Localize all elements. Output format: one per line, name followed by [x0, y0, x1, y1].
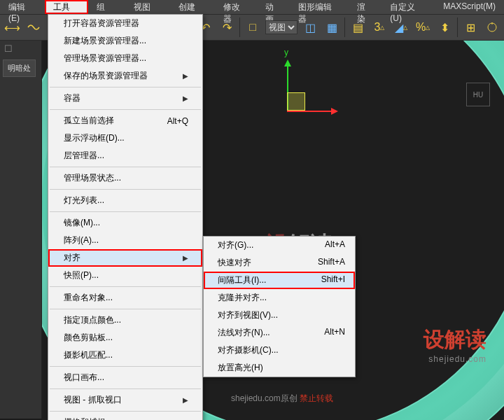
separator [50, 411, 201, 412]
menu-10[interactable]: MAXScript(M) [435, 0, 504, 14]
submenu-item[interactable]: 克隆并对齐... [204, 289, 355, 307]
menu-1[interactable]: 工具(T) [45, 0, 89, 14]
menu-item[interactable]: 灯光列表... [48, 192, 202, 209]
menu-item[interactable]: 颜色剪贴板... [48, 329, 202, 346]
tool-icon[interactable] [24, 18, 43, 36]
menu-0[interactable]: 编辑(E) [0, 0, 45, 14]
chevron-right-icon: ▶ [183, 94, 188, 102]
separator [50, 366, 201, 367]
submenu-item[interactable]: 对齐到视图(V)... [204, 307, 355, 324]
submenu-item[interactable]: 放置高光(H) [204, 359, 355, 377]
sidebar-toggle[interactable]: ☐ [0, 41, 41, 57]
separator [50, 211, 201, 212]
menu-item[interactable]: 快照(P)... [48, 267, 202, 284]
menu-item[interactable]: 栅格和捕捉▶ [48, 414, 202, 420]
watermark: 设解读 shejiedu.com [424, 326, 486, 364]
menu-item[interactable]: 对齐▶ [48, 249, 202, 267]
submenu-item[interactable]: 快速对齐Shift+A [204, 254, 355, 272]
tool-icon[interactable] [483, 18, 501, 36]
angle-snap-icon[interactable]: ◢△ [392, 18, 410, 36]
tools-menu[interactable]: 打开容器资源管理器新建场景资源管理器...管理场景资源管理器...保存的场景资源… [48, 14, 203, 420]
separator [239, 18, 240, 37]
menu-item[interactable]: 层管理器... [48, 147, 202, 164]
chevron-right-icon: ▶ [183, 254, 188, 262]
axis-x[interactable] [287, 111, 336, 112]
menubar: 编辑(E)工具(T)组(G)视图(V)创建(C)修改器动画图形编辑器渲染自定义(… [0, 0, 504, 14]
tool-icon[interactable]: ⊞ [461, 18, 479, 36]
viewcube[interactable]: HU [466, 83, 490, 106]
menu-item[interactable]: 视口画布... [48, 369, 202, 386]
tool-icon[interactable]: ⟷ [3, 18, 21, 36]
menu-item[interactable]: 管理场景状态... [48, 169, 202, 187]
submenu-item[interactable]: 间隔工具(I)...Shift+I [204, 272, 355, 289]
menu-item[interactable]: 镜像(M)... [48, 214, 202, 232]
snap-icon[interactable]: ▤ [349, 18, 367, 36]
menu-5[interactable]: 修改器 [215, 0, 257, 14]
select-icon[interactable]: □ [244, 18, 262, 36]
menu-item[interactable]: 新建场景资源管理器... [48, 32, 202, 50]
menu-4[interactable]: 创建(C) [170, 0, 215, 14]
watermark: shejiedu.com原创 禁止转载 [231, 393, 333, 405]
view-select[interactable]: 视图 [265, 20, 298, 34]
separator [50, 189, 201, 190]
separator [50, 87, 201, 88]
separator [344, 18, 345, 37]
snap-icon[interactable]: ⬍ [435, 18, 454, 36]
sidebar-tab[interactable]: 明暗处 [3, 59, 36, 77]
separator [457, 18, 458, 37]
menu-8[interactable]: 渲染 [349, 0, 382, 14]
submenu-item[interactable]: 对齐(G)...Alt+A [204, 237, 355, 254]
menu-item[interactable]: 孤立当前选择Alt+Q [48, 112, 202, 130]
menu-item[interactable]: 保存的场景资源管理器▶ [48, 67, 202, 85]
separator [50, 286, 201, 287]
menu-item[interactable]: 视图 - 抓取视口▶ [48, 391, 202, 409]
axis-xy-plane[interactable] [287, 92, 305, 111]
menu-item[interactable]: 容器▶ [48, 90, 202, 107]
menu-item[interactable]: 阵列(A)... [48, 232, 202, 249]
redo-icon[interactable]: ↷ [218, 18, 236, 36]
snap-icon[interactable]: 3△ [370, 18, 388, 36]
menu-7[interactable]: 图形编辑器 [290, 0, 348, 14]
chevron-right-icon: ▶ [183, 72, 188, 80]
align-submenu[interactable]: 对齐(G)...Alt+A快速对齐Shift+A间隔工具(I)...Shift+… [203, 236, 356, 377]
percent-snap-icon[interactable]: %△ [414, 18, 432, 36]
separator [50, 309, 201, 309]
separator [50, 388, 201, 389]
menu-item[interactable]: 显示浮动框(D)... [48, 130, 202, 147]
menu-item[interactable]: 摄影机匹配... [48, 346, 202, 364]
tool-icon[interactable]: ◫ [301, 18, 319, 36]
separator [50, 109, 201, 110]
separator [50, 167, 201, 167]
submenu-item[interactable]: 法线对齐(N)...Alt+N [204, 324, 355, 342]
submenu-item[interactable]: 对齐摄影机(C)... [204, 342, 355, 359]
menu-2[interactable]: 组(G) [88, 0, 125, 14]
menu-item[interactable]: 打开容器资源管理器 [48, 15, 202, 32]
sidebar: ☐ 明暗处 [0, 41, 42, 419]
menu-item[interactable]: 管理场景资源管理器... [48, 50, 202, 67]
chevron-right-icon: ▶ [183, 396, 188, 404]
menu-6[interactable]: 动画 [257, 0, 290, 14]
menu-item[interactable]: 重命名对象... [48, 289, 202, 307]
menu-item[interactable]: 指定顶点颜色... [48, 312, 202, 329]
menu-9[interactable]: 自定义(U) [382, 0, 435, 14]
menu-3[interactable]: 视图(V) [125, 0, 170, 14]
tool-icon[interactable]: ▦ [323, 18, 341, 36]
